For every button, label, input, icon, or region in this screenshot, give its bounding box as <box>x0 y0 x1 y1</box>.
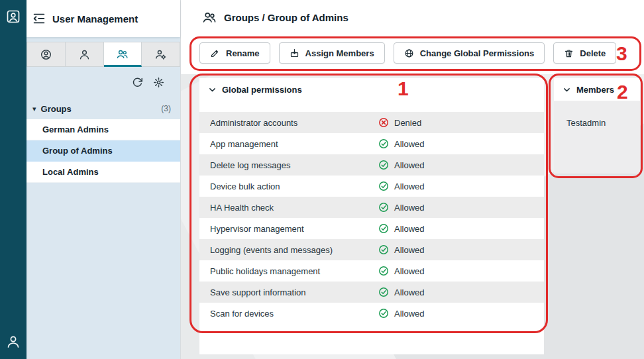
change-global-permissions-button[interactable]: Change Global Permissions <box>394 42 545 64</box>
permission-label: HA Health check <box>210 203 378 213</box>
allowed-icon <box>378 138 389 149</box>
tab-user-accounts[interactable] <box>27 42 66 67</box>
allowed-icon <box>378 223 389 234</box>
permission-label: Save support information <box>210 287 378 297</box>
permission-status: Allowed <box>378 138 425 149</box>
permission-row: Administrator accounts Denied <box>199 112 544 133</box>
sidebar-header: User Management <box>27 0 180 37</box>
permission-label: Device bulk action <box>210 181 378 191</box>
delete-button[interactable]: Delete <box>553 42 616 64</box>
trash-icon <box>564 48 574 58</box>
permission-status: Allowed <box>378 244 425 255</box>
user-gear-icon <box>154 48 167 61</box>
permission-row: Device bulk action Allowed <box>199 176 544 197</box>
permission-label: Hypervisor management <box>210 224 378 234</box>
tab-users[interactable] <box>66 42 104 67</box>
permission-status: Allowed <box>378 266 425 276</box>
user-circle-icon <box>40 48 52 61</box>
member-item[interactable]: Testadmin <box>554 101 640 128</box>
permission-status-label: Allowed <box>394 139 425 149</box>
tab-groups[interactable] <box>104 42 142 67</box>
permission-status-label: Allowed <box>394 224 425 234</box>
user-management-app-icon[interactable] <box>5 9 21 25</box>
permission-status-label: Allowed <box>394 203 425 213</box>
allowed-icon <box>378 266 389 276</box>
groups-tree-root[interactable]: ▾ Groups (3) <box>27 98 180 119</box>
allowed-icon <box>378 287 389 297</box>
chevron-down-icon <box>208 85 217 94</box>
permission-row: App management Allowed <box>199 133 544 154</box>
main-top-bar: Groups / Group of Admins Rename Assign M… <box>181 0 644 74</box>
permission-status: Allowed <box>378 181 425 191</box>
permission-status: Allowed <box>378 308 425 319</box>
member-name: Testadmin <box>566 118 606 128</box>
permission-status-label: Allowed <box>394 181 425 191</box>
tree-item-label: Group of Admins <box>42 146 113 156</box>
global-permissions-panel: Global permissions Administrator account… <box>199 78 544 354</box>
chevron-down-icon <box>563 85 571 94</box>
permission-status-label: Allowed <box>394 266 425 276</box>
assign-box-icon <box>290 48 299 58</box>
permission-label: App management <box>210 139 378 149</box>
permissions-rows: Administrator accounts Denied App manage… <box>199 112 544 324</box>
allowed-icon <box>378 308 389 319</box>
collapse-sidebar-icon[interactable] <box>32 11 46 26</box>
pencil-icon <box>210 48 220 58</box>
groups-tree-items: German Admins Group of Admins Local Admi… <box>27 119 180 183</box>
permission-row: Logging (events and messages) Allowed <box>199 239 544 260</box>
rename-button[interactable]: Rename <box>199 42 270 64</box>
permission-status: Allowed <box>378 287 425 297</box>
allowed-icon <box>378 202 389 213</box>
account-icon[interactable] <box>5 334 21 350</box>
permission-status-label: Allowed <box>394 287 425 297</box>
permission-row: Save support information Allowed <box>199 282 544 303</box>
permission-status: Allowed <box>378 160 425 170</box>
permission-row: Delete log messages Allowed <box>199 154 544 176</box>
permission-label: Public holidays management <box>210 266 378 276</box>
tree-item-group[interactable]: Local Admins <box>27 162 180 183</box>
globe-icon <box>404 48 414 58</box>
panel-title: Global permissions <box>222 85 302 95</box>
groups-tree-label: Groups <box>41 104 72 114</box>
permission-label: Logging (events and messages) <box>210 245 378 255</box>
app-rail <box>0 0 27 359</box>
permission-row: Scan for devices Allowed <box>199 303 544 324</box>
allowed-icon <box>378 244 389 255</box>
users-group-icon <box>116 48 129 60</box>
groups-count-badge: (3) <box>161 104 171 113</box>
sidebar-title: User Management <box>52 13 138 25</box>
panel-title: Members <box>576 85 614 95</box>
breadcrumb: Groups / Group of Admins <box>224 12 349 23</box>
permission-status-label: Allowed <box>394 309 425 319</box>
permission-row: Public holidays management Allowed <box>199 260 544 282</box>
denied-icon <box>378 117 389 128</box>
tree-item-label: Local Admins <box>42 167 99 177</box>
tree-item-group[interactable]: German Admins <box>27 119 180 140</box>
permission-status: Denied <box>378 117 421 128</box>
main-header: Groups / Group of Admins <box>181 0 644 34</box>
toolbar: Rename Assign Members Change Global Perm… <box>181 42 644 64</box>
tab-roles[interactable] <box>142 42 180 67</box>
permission-label: Scan for devices <box>210 309 378 319</box>
groups-icon <box>202 10 217 25</box>
assign-members-button[interactable]: Assign Members <box>279 42 385 64</box>
permission-status: Allowed <box>378 202 425 213</box>
permission-row: HA Health check Allowed <box>199 197 544 218</box>
permission-label: Administrator accounts <box>210 118 378 128</box>
chevron-down-icon: ▾ <box>32 105 36 113</box>
permission-status-label: Allowed <box>394 245 425 255</box>
user-icon <box>78 48 91 61</box>
main-area: Groups / Group of Admins Rename Assign M… <box>180 0 644 359</box>
members-list: Testadmin <box>554 101 640 174</box>
settings-gear-icon[interactable] <box>153 77 164 88</box>
permission-label: Delete log messages <box>210 160 378 170</box>
tree-item-group[interactable]: Group of Admins <box>27 140 180 162</box>
allowed-icon <box>378 181 389 191</box>
global-permissions-header[interactable]: Global permissions <box>199 78 544 101</box>
members-panel: Members Testadmin <box>554 78 640 174</box>
sidebar: User Management <box>27 0 180 359</box>
permission-status-label: Allowed <box>394 160 425 170</box>
members-header[interactable]: Members <box>554 78 640 101</box>
permission-status-label: Denied <box>394 118 421 128</box>
refresh-icon[interactable] <box>132 77 143 88</box>
